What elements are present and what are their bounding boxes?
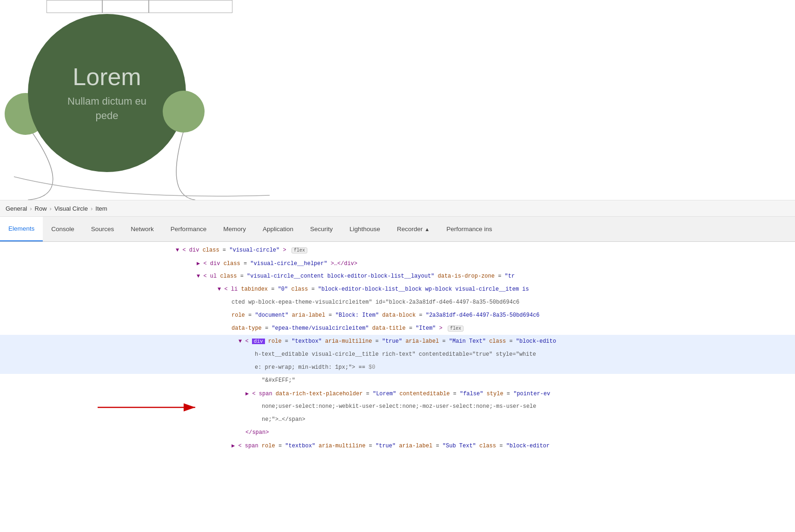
tab-memory[interactable]: Memory: [215, 217, 254, 241]
main-circle: Lorem Nullam dictum eu pede: [28, 14, 186, 172]
tab-elements[interactable]: Elements: [0, 217, 43, 241]
tab-recorder[interactable]: Recorder ▲: [389, 217, 438, 241]
dom-row-feff[interactable]: "&#xFEFF;": [0, 374, 795, 387]
visual-content-area: Lorem Nullam dictum eu pede: [0, 0, 795, 200]
rect-2: [102, 0, 149, 13]
main-circle-container: Lorem Nullam dictum eu pede: [28, 14, 186, 172]
tab-performance-insights[interactable]: Performance ins: [438, 217, 500, 241]
dom-row[interactable]: data-type = "epea-theme/visualcircleitem…: [0, 322, 795, 335]
tab-lighthouse[interactable]: Lighthouse: [341, 217, 389, 241]
tab-performance[interactable]: Performance: [162, 217, 215, 241]
tab-memory-label: Memory: [223, 226, 246, 233]
dom-row[interactable]: ▼ < div class = "visual-circle" > flex: [0, 244, 795, 257]
tab-console-label: Console: [51, 226, 74, 233]
dom-row[interactable]: none;user-select:none;-webkit-user-selec…: [0, 400, 795, 413]
rect-3: [149, 0, 232, 13]
dom-row[interactable]: ▼ < ul class = "visual-circle__content b…: [0, 270, 795, 283]
tab-network[interactable]: Network: [122, 217, 162, 241]
breadcrumb: General › Row › Visual Circle › Item: [0, 200, 795, 217]
dom-row[interactable]: role = "document" aria-label = "Block: I…: [0, 309, 795, 322]
tab-security-label: Security: [310, 226, 333, 233]
tab-sources[interactable]: Sources: [83, 217, 123, 241]
tab-application-label: Application: [263, 226, 293, 233]
tab-recorder-label: Recorder: [397, 226, 423, 233]
dom-row[interactable]: ▶ < div class = "visual-circle__helper" …: [0, 257, 795, 270]
tab-security[interactable]: Security: [302, 217, 341, 241]
dom-row[interactable]: ▶ < span data-rich-text-placeholder = "L…: [0, 387, 795, 400]
dom-tree-wrapper: ▼ < div class = "visual-circle" > flex ▶…: [0, 242, 795, 532]
circle-title: Lorem: [73, 63, 141, 91]
tab-lighthouse-label: Lighthouse: [350, 226, 380, 233]
breadcrumb-sep-3: ›: [91, 205, 93, 212]
devtools-tabs-bar: Elements Console Sources Network Perform…: [0, 217, 795, 242]
tab-elements-label: Elements: [8, 225, 34, 232]
tab-console[interactable]: Console: [43, 217, 83, 241]
rect-container: [46, 0, 232, 13]
dom-tree: ▼ < div class = "visual-circle" > flex ▶…: [0, 242, 795, 532]
dom-row[interactable]: ne;">…</span>: [0, 413, 795, 426]
dom-row[interactable]: e: pre-wrap; min-width: 1px;"> == $0: [0, 361, 795, 374]
dom-row[interactable]: h-text__editable visual-circle__title ri…: [0, 348, 795, 361]
dom-row-selected[interactable]: ▼ < div role = "textbox" aria-multiline …: [0, 335, 795, 348]
tab-performance-label: Performance: [171, 226, 206, 233]
dom-row[interactable]: ▶ < span role = "textbox" aria-multiline…: [0, 439, 795, 452]
purple-box-tag: div: [252, 339, 265, 344]
breadcrumb-sep-1: ›: [30, 205, 32, 212]
breadcrumb-item-general[interactable]: General: [6, 205, 27, 212]
tab-network-label: Network: [131, 226, 154, 233]
dom-row[interactable]: ▼ < li tabindex = "0" class = "block-edi…: [0, 283, 795, 296]
dom-row[interactable]: cted wp-block-epea-theme-visualcircleite…: [0, 296, 795, 309]
small-circle-right: [163, 91, 205, 133]
breadcrumb-item-visual-circle[interactable]: Visual Circle: [54, 205, 88, 212]
breadcrumb-item-item[interactable]: Item: [95, 205, 107, 212]
dom-row[interactable]: </span>: [0, 426, 795, 439]
tab-performance-insights-label: Performance ins: [446, 226, 492, 233]
recorder-icon: ▲: [424, 226, 430, 232]
breadcrumb-item-row[interactable]: Row: [35, 205, 47, 212]
circle-subtitle: Nullam dictum eu pede: [56, 94, 158, 123]
tab-application[interactable]: Application: [254, 217, 302, 241]
breadcrumb-sep-2: ›: [50, 205, 52, 212]
rect-1: [46, 0, 102, 13]
tab-sources-label: Sources: [91, 226, 114, 233]
